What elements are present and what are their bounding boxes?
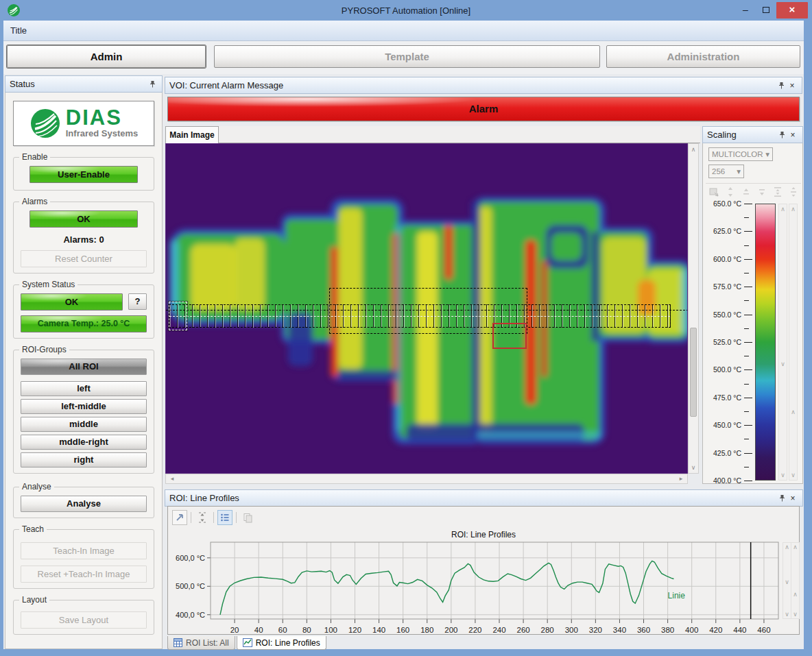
pin-icon[interactable] [776,493,787,504]
scale-temperature-label: 525.0 °C [713,338,741,346]
roi-middle-right-button[interactable]: mddle-right [21,435,147,450]
roi-middle-button[interactable]: middle [21,417,147,432]
autoscale-icon[interactable] [773,186,783,197]
autoscale-center-icon[interactable] [789,186,798,197]
teach-in-image-button[interactable]: Teach-In Image [21,542,147,559]
dias-logo: DIAS Infrared Systems [13,101,154,146]
roi-selected-rectangle[interactable] [492,323,527,349]
svg-text:440: 440 [733,626,746,634]
nav-template-button[interactable]: Template [214,45,600,68]
scale-expand-icon[interactable] [726,186,735,197]
tab-line-profiles[interactable]: ROI: Line Profiles [237,636,326,650]
nav-administration-button[interactable]: Administration [606,45,800,68]
palette-properties-icon[interactable] [708,186,719,197]
tab-roi-list[interactable]: ROI List: All [167,636,235,650]
scale-temperature-label: 650.0 °C [713,199,741,208]
scale-min-down-icon[interactable] [757,186,767,197]
chevron-up-icon[interactable]: ∧ [791,591,799,598]
roi-all-button[interactable]: All ROI [21,359,147,375]
chevron-down-icon[interactable]: ∨ [789,472,797,478]
chevron-up-icon[interactable]: ∧ [791,544,799,550]
image-vertical-scrollbar[interactable]: ∧ ∨ [688,143,699,474]
profiles-panel-header: ROI: Line Profiles × [165,489,803,507]
close-button[interactable]: × [776,2,808,19]
scroll-down-icon[interactable]: ∨ [689,464,698,471]
chevron-down-icon[interactable]: ∨ [791,611,799,618]
svg-text:60: 60 [278,626,287,634]
scale-lower-slider[interactable]: ∧ ∧ ∨ [789,204,798,481]
save-layout-button[interactable]: Save Layout [21,611,147,629]
analyse-group: Analyse Analyse [13,487,154,518]
thermal-image[interactable] [165,143,688,474]
svg-text:120: 120 [348,626,361,634]
svg-text:160: 160 [396,626,409,634]
scale-tick [744,204,752,204]
pin-icon[interactable] [147,79,158,90]
tab-line-profiles-label: ROI: Line Profiles [256,638,320,648]
roi-left-middle-button[interactable]: left-middle [21,399,147,414]
legend-toggle-button[interactable] [217,510,232,525]
reset-counter-button[interactable]: Reset Counter [21,250,147,267]
svg-text:40: 40 [254,626,263,634]
maximize-button[interactable] [756,2,776,19]
user-enable-button[interactable]: User-Enable [29,166,138,183]
levels-dropdown[interactable]: 256 ▾ [708,165,744,178]
tab-main-image[interactable]: Main Image [165,126,219,143]
chevron-up-icon[interactable]: ∧ [789,206,797,212]
maximize-icon [763,7,769,13]
roi-left-box[interactable] [169,302,187,330]
chevron-up-icon[interactable]: ∧ [789,409,797,415]
copy-save-button[interactable] [240,510,255,525]
svg-text:260: 260 [517,626,530,634]
autoscale-y-button[interactable] [195,510,210,525]
svg-text:20: 20 [230,626,239,634]
pin-icon[interactable] [776,80,787,91]
close-panel-icon[interactable]: × [787,80,798,91]
system-help-button[interactable]: ? [128,293,147,310]
export-chart-button[interactable] [172,510,187,525]
scroll-up-icon[interactable]: ∧ [689,146,698,153]
chevron-down-icon[interactable]: ∨ [783,579,791,585]
teach-group-label: Teach [19,524,47,534]
svg-text:380: 380 [661,626,674,634]
nav-admin-button[interactable]: Admin [7,45,206,68]
scale-upper-slider[interactable]: ∧ ∨ ∨ [778,204,787,481]
system-ok-indicator: OK [21,293,123,311]
vertical-scroll-thumb[interactable] [690,328,697,417]
voi-panel-title: VOI: Current Alarm Message [169,80,283,90]
chevron-down-icon[interactable]: ∨ [779,361,787,367]
scale-minor-tick [744,439,749,439]
menu-title[interactable]: Title [10,25,27,36]
svg-text:460: 460 [757,626,770,634]
system-status-label: System Status [19,280,77,289]
scale-tick [744,369,752,370]
svg-text:80: 80 [302,626,311,634]
pin-icon[interactable] [776,130,787,141]
dropdown-arrow-icon: ▾ [737,165,741,178]
close-panel-icon[interactable]: × [787,130,798,141]
chevron-up-icon[interactable]: ∧ [779,206,787,212]
scale-max-up-icon[interactable] [741,186,751,197]
roi-right-button[interactable]: right [21,452,147,467]
scale-temperature-label: 475.0 °C [713,393,741,402]
scroll-right-icon[interactable]: ▸ [676,475,686,482]
chart-lower-slider[interactable]: ∧ ∧ ∨ [791,542,800,619]
image-horizontal-scrollbar[interactable]: ◂ ▸ [165,474,688,484]
client-area: Title Admin Template Administration Stat… [3,21,804,649]
svg-text:100: 100 [324,626,337,634]
chevron-up-icon[interactable]: ∧ [783,544,791,550]
logo-brand: DIAS [66,108,139,127]
close-panel-icon[interactable]: × [787,493,798,504]
reset-teach-in-button[interactable]: Reset +Teach-In Image [21,566,147,583]
profiles-tab-strip: ROI List: All ROI: Line Profiles [167,636,326,650]
minimize-button[interactable]: – [735,2,756,19]
palette-dropdown[interactable]: MULTICOLOR ▾ [708,147,773,161]
chevron-down-icon[interactable]: ∨ [783,611,791,618]
temperature-scale: ∧ ∨ ∨ ∧ ∧ ∨ 650.0 °C625.0 °C600.0 °C575.… [703,201,804,483]
scroll-left-icon[interactable]: ◂ [167,475,177,482]
color-palette-bar[interactable] [755,204,776,481]
roi-left-button[interactable]: left [21,381,147,396]
svg-text:220: 220 [468,626,481,634]
chevron-down-icon[interactable]: ∨ [779,472,787,478]
analyse-button[interactable]: Analyse [21,496,147,512]
